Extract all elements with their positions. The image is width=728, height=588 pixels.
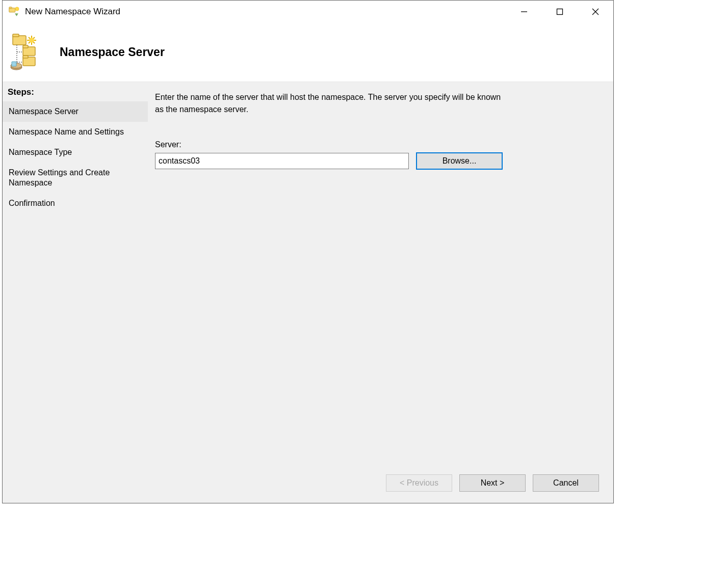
intro-text: Enter the name of the server that will h… (155, 91, 502, 116)
window-title: New Namespace Wizard (25, 7, 506, 17)
previous-button: < Previous (386, 474, 452, 492)
step-namespace-type[interactable]: Namespace Type (3, 142, 148, 163)
cancel-button[interactable]: Cancel (533, 474, 599, 492)
svg-rect-8 (13, 34, 19, 37)
wizard-footer: < Previous Next > Cancel (3, 463, 613, 503)
svg-rect-20 (23, 56, 28, 58)
svg-point-2 (15, 7, 19, 11)
next-button[interactable]: Next > (459, 474, 526, 492)
step-confirmation[interactable]: Confirmation (3, 193, 148, 213)
titlebar: New Namespace Wizard (3, 1, 613, 23)
close-button[interactable] (578, 1, 613, 23)
steps-heading: Steps: (3, 85, 148, 101)
wizard-body: Steps: Namespace Server Namespace Name a… (3, 82, 613, 463)
maximize-button[interactable] (542, 1, 578, 23)
server-input[interactable] (155, 153, 409, 169)
svg-rect-4 (557, 9, 563, 15)
window-controls (506, 1, 613, 23)
svg-point-13 (29, 38, 34, 43)
minimize-button[interactable] (506, 1, 542, 23)
wizard-content: Enter the name of the server that will h… (148, 82, 613, 463)
namespace-tree-icon (10, 34, 47, 71)
svg-rect-1 (9, 7, 12, 9)
server-field-row: Browse... (155, 152, 601, 170)
step-namespace-name-settings[interactable]: Namespace Name and Settings (3, 122, 148, 142)
server-label: Server: (155, 140, 601, 149)
namespace-wizard-icon (8, 6, 20, 18)
svg-rect-23 (12, 62, 16, 66)
browse-button[interactable]: Browse... (416, 152, 503, 170)
wizard-header: Namespace Server (3, 23, 613, 82)
page-title: Namespace Server (60, 45, 165, 59)
step-review-create[interactable]: Review Settings and Create Namespace (3, 163, 148, 193)
step-namespace-server[interactable]: Namespace Server (3, 101, 148, 122)
steps-sidebar: Steps: Namespace Server Namespace Name a… (3, 82, 148, 463)
svg-rect-17 (23, 45, 28, 48)
wizard-window: New Namespace Wizard (2, 0, 614, 503)
